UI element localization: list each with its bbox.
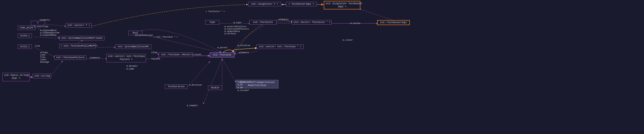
label-m-parent: m_parent [218,46,228,49]
label-m-dist: m_dist [238,81,245,83]
label-m-hb: m_hb [238,84,243,86]
label-m-starttime: m_startTime [34,26,48,28]
label-m-lossref: m_lossRef [238,89,249,92]
label-m-priv: m_priv [90,44,97,47]
label-m-datadir: m_dataDir [126,65,138,67]
svg-line-11 [140,34,221,53]
label-message: message [40,61,49,63]
node-time-point: time_point [18,26,36,30]
node-int32: int32_t [18,44,32,49]
node-testsuite: ns3::TestSuite [249,20,276,24]
label-m-suites: m_suites [350,22,360,24]
node-systemwallclockms: ns3::SystemWallClockMs [115,44,151,49]
node-testduration: TestDuration [165,84,188,89]
label-m-verbose: m_verbose [224,32,236,35]
svg-line-13 [234,48,257,50]
label-m-elapsedreal: m_elapsedReal [40,29,57,32]
node-basic-string: std::basic_string< Char > [2,73,30,81]
label-m-type: m_type [234,22,241,24]
node-std-vector-t: std::vector< T > [66,23,92,28]
label-elements-4: elements [278,18,288,21]
label-testsuite-ptr: < TestSuite * > [206,10,225,13]
label-m-result: m_result [192,54,202,56]
label-failure: failure [151,58,160,60]
node-singleton-t: ns3::Singleton< T > [248,2,281,6]
label-cond: cond [40,54,46,56]
label-m-tempdir: m_tempDir [187,104,198,107]
label-testcase-ptr: < ns3::TestCase * > [154,36,178,38]
label-m-runner: m_runner [343,39,353,41]
node-testrunnerimpl-ptr: < TestRunnerImpl > [286,2,317,6]
label-m-elapsedsystem: m_elapsedSystem [40,32,59,34]
node-systemwallclock-private: ns3::SystemWallClockMsPrivate [60,36,104,40]
label-m-hm: m_hm [238,86,243,89]
label-clock: clock [151,52,158,54]
label-childrenfailed: childrenFailed [135,34,153,37]
label-m-updatedata: m_updateData [224,30,240,32]
label-m-elapseduser: m_elapsedUser [40,34,57,36]
diagram: ns3::Singleton< T > < TestRunnerImpl > n… [0,0,644,134]
label-m-assertonfailure: m_assertOnFailure [224,26,246,28]
label-m-children: m_children [238,44,250,47]
svg-line-24 [203,58,222,104]
label-elements-2: elements [90,57,100,59]
node-std-vector-testcase: std::vector< ns3::TestCase * > [256,44,304,49]
label-actual: actual [40,52,48,54]
label-elements-1: elements [40,19,50,21]
node-testrunnerimpl: ns3::TestRunnerImpl [377,20,410,25]
label-elements-3: elements [239,52,249,54]
node-testcasefailure: ns3::TestCaseFailure [54,55,86,60]
node-testcase: ns3::TestCase [210,52,234,58]
label-line: line [35,45,40,47]
node-int64: int64_t [18,34,32,38]
label-m-duration: m_duration [189,84,202,86]
svg-line-5 [51,61,63,76]
label-limit: limit [40,58,46,61]
label-m-continueonfailure: m_continueOnFailure [224,28,249,30]
node-double: double [208,86,222,90]
node-type: Type [205,20,219,24]
svg-line-21 [360,9,394,21]
node-std-vector-testsuite: std::vector< TestSuite * > [292,20,332,24]
node-T: T [31,21,45,25]
node-testcase-result: ns3::TestCase::Result [159,52,193,57]
label-file: file [40,56,46,58]
node-singleton-testrunner: ns3::Singleton< TestRunner Impl > [324,1,360,10]
label-m-name: m_name [126,68,134,70]
node-std-vector-testcasefailure: std::vector< ns3::TestCase Failure > [106,54,146,62]
svg-line-2 [34,37,60,38]
node-std-string: std::string [32,74,51,78]
